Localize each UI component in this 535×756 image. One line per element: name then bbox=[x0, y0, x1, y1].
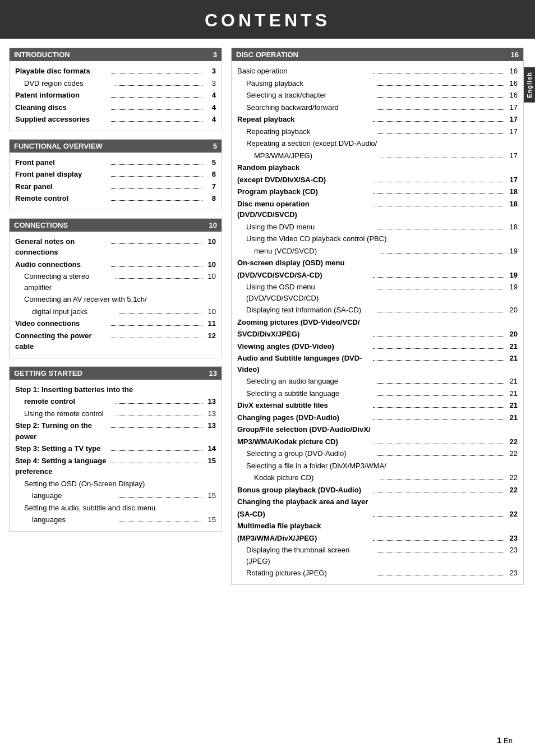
toc-entry: language15 bbox=[15, 490, 216, 501]
toc-dots bbox=[111, 427, 202, 428]
toc-dots bbox=[373, 193, 504, 194]
section-page-num: 3 bbox=[213, 50, 217, 59]
toc-label: Kodak picture CD) bbox=[237, 472, 379, 483]
toc-entry: SVCD/DivX/JPEG)20 bbox=[237, 329, 518, 340]
toc-entry: Using the Video CD playback control (PBC… bbox=[237, 233, 518, 245]
toc-entry: Audio connections10 bbox=[15, 259, 216, 270]
toc-page: 17 bbox=[506, 114, 518, 125]
page-title: CONTENTS bbox=[0, 10, 535, 31]
toc-label: Selecting a track/chapter bbox=[237, 90, 375, 101]
toc-dots bbox=[377, 552, 504, 552]
toc-label: Supplied accessories bbox=[15, 114, 109, 125]
toc-label: Using the remote control bbox=[15, 408, 113, 420]
toc-label: Changing the playback area and layer bbox=[237, 496, 518, 508]
section-page-num: 13 bbox=[209, 369, 217, 377]
toc-dots bbox=[111, 164, 202, 165]
toc-page: 18 bbox=[506, 199, 518, 210]
content-area: INTRODUCTION3Playable disc formats3DVD r… bbox=[0, 39, 535, 602]
toc-page: 19 bbox=[506, 270, 518, 281]
toc-dots bbox=[377, 575, 504, 575]
toc-entry: Zooming pictures (DVD-Video/VCD/ bbox=[237, 317, 518, 328]
toc-label: remote control bbox=[15, 396, 113, 407]
toc-label: (DVD/VCD/SVCD/SA-CD) bbox=[237, 270, 371, 281]
toc-label: (MP3/WMA/DivX/JPEG) bbox=[237, 533, 371, 544]
toc-entry: Remote control8 bbox=[15, 193, 216, 204]
toc-entry: Viewing angles (DVD-Video)21 bbox=[237, 341, 518, 352]
toc-page: 15 bbox=[205, 455, 216, 467]
toc-dots bbox=[377, 229, 504, 229]
toc-entry: languages15 bbox=[15, 514, 216, 525]
toc-page: 20 bbox=[506, 305, 518, 316]
toc-entry: Selecting a file in a folder (DivX/MP3/W… bbox=[237, 460, 518, 472]
toc-entry: MP3/WMA/JPEG)17 bbox=[237, 150, 518, 162]
right-column: DISC OPERATION16Basic operation16Pausing… bbox=[231, 48, 524, 593]
toc-entry: Front panel5 bbox=[15, 157, 216, 168]
toc-dots bbox=[373, 182, 504, 182]
section-title: FUNCTIONAL OVERVIEW bbox=[14, 142, 103, 150]
english-tab: English bbox=[524, 67, 535, 103]
toc-entry: Program playback (CD)18 bbox=[237, 186, 518, 197]
section-title: GETTING STARTED bbox=[14, 369, 82, 377]
toc-dots bbox=[373, 540, 504, 541]
toc-page: 12 bbox=[205, 330, 216, 342]
toc-dots bbox=[111, 109, 202, 110]
toc-entry: (except DVD/DivX/SA-CD)17 bbox=[237, 174, 518, 186]
toc-page: 11 bbox=[205, 318, 216, 329]
toc-page: 15 bbox=[205, 514, 216, 525]
toc-label: Random playback bbox=[237, 162, 518, 173]
toc-label: Audio connections bbox=[15, 259, 109, 270]
toc-entry: DivX external subtitle files21 bbox=[237, 400, 518, 411]
toc-label: Patent information bbox=[15, 90, 109, 101]
toc-entry: Changing pages (DVD-Audio)21 bbox=[237, 412, 518, 423]
toc-entry: Multimedia file playback bbox=[237, 520, 518, 532]
toc-dots bbox=[373, 420, 504, 420]
toc-label: digital input jacks bbox=[15, 306, 117, 317]
toc-dots bbox=[373, 348, 504, 349]
toc-page: 6 bbox=[205, 169, 216, 180]
toc-dots bbox=[119, 497, 202, 498]
section-title: CONNECTIONS bbox=[14, 221, 68, 229]
toc-dots bbox=[377, 289, 504, 289]
toc-entry: remote control13 bbox=[15, 396, 216, 407]
toc-entry: Rear panel7 bbox=[15, 181, 216, 192]
toc-page: 17 bbox=[506, 150, 518, 162]
toc-entry: Selecting a subtitle language21 bbox=[237, 388, 518, 399]
toc-dots bbox=[373, 444, 504, 444]
toc-page: 4 bbox=[205, 90, 216, 101]
toc-entry: Front panel display6 bbox=[15, 169, 216, 180]
toc-entry: Changing the playback area and layer bbox=[237, 496, 518, 508]
section-body-disc-operation: Basic operation16Pausing playback16Selec… bbox=[232, 61, 523, 584]
section-header-disc-operation: DISC OPERATION16 bbox=[232, 48, 523, 61]
toc-entry: Repeat playback17 bbox=[237, 114, 518, 125]
toc-page: 18 bbox=[506, 186, 518, 197]
toc-page: 21 bbox=[506, 341, 518, 352]
toc-dots bbox=[116, 278, 202, 279]
toc-entry: Video connections11 bbox=[15, 318, 216, 329]
footer-lang: En bbox=[504, 736, 513, 745]
toc-entry: Bonus group playback (DVD-Audio)22 bbox=[237, 485, 518, 496]
section-body-getting_started: Step 1: Inserting batteries into theremo… bbox=[10, 380, 222, 531]
toc-dots bbox=[111, 338, 202, 338]
toc-label: General notes on connections bbox=[15, 236, 109, 258]
toc-label: (except DVD/DivX/SA-CD) bbox=[237, 174, 371, 186]
toc-page: 7 bbox=[205, 181, 216, 192]
toc-label: Repeat playback bbox=[237, 114, 371, 125]
toc-dots bbox=[111, 121, 202, 122]
toc-entry: Supplied accessories4 bbox=[15, 114, 216, 125]
toc-label: language bbox=[15, 490, 117, 501]
toc-page: 17 bbox=[506, 102, 518, 113]
toc-label: Step 4: Setting a language preference bbox=[15, 455, 109, 477]
toc-page: 10 bbox=[205, 236, 216, 247]
toc-dots bbox=[377, 312, 504, 312]
toc-page: 16 bbox=[506, 66, 518, 77]
toc-dots bbox=[373, 492, 504, 492]
toc-dots bbox=[377, 395, 504, 396]
toc-label: Repeating a section (except DVD-Audio/ bbox=[237, 138, 518, 149]
section-header-introduction: INTRODUCTION3 bbox=[10, 48, 222, 61]
toc-dots bbox=[373, 121, 504, 122]
toc-entry: Setting the audio, subtitle and disc men… bbox=[15, 503, 216, 514]
toc-entry: MP3/WMA/Kodak picture CD)22 bbox=[237, 436, 518, 448]
toc-dots bbox=[377, 109, 504, 110]
toc-entry: Step 1: Inserting batteries into the bbox=[15, 384, 216, 395]
toc-entry: (SA-CD)22 bbox=[237, 509, 518, 520]
